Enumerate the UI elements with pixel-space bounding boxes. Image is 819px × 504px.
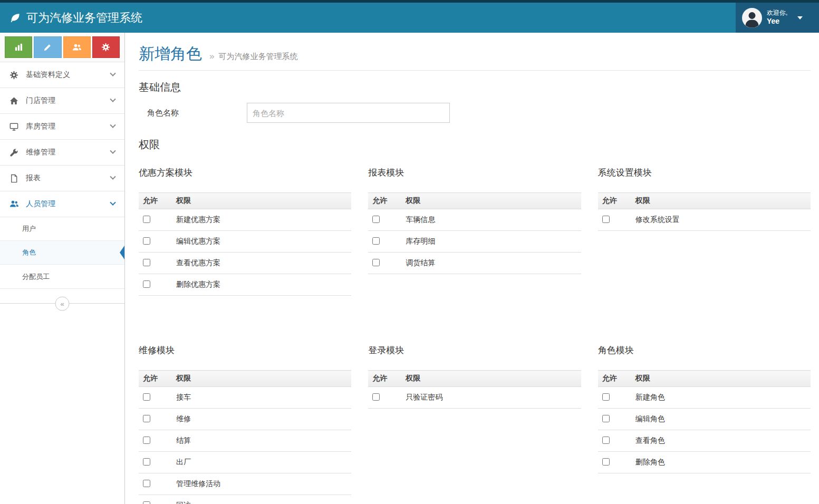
allow-checkbox[interactable] [143,216,150,223]
permission-row: 新建角色 [598,387,811,409]
allow-checkbox[interactable] [143,458,150,466]
permission-table: 允许 权限 新建角色 编辑角色 查看角色 删除角色 [598,370,811,473]
column-header-permission: 权限 [401,371,581,387]
permission-row: 结算 [139,430,351,452]
sidebar-item-repair[interactable]: 维修管理 [0,140,124,166]
permission-label: 出厂 [172,452,351,473]
wrench-icon [9,148,21,157]
column-header-permission: 权限 [631,371,811,387]
allow-checkbox[interactable] [143,501,150,504]
allow-checkbox[interactable] [143,393,150,401]
leaf-icon [9,12,21,24]
personnel-submenu: 用户 角色 分配员工 [0,217,124,289]
app-title: 可为汽修业务管理系统 [26,10,142,26]
column-header-permission: 权限 [172,193,351,209]
permission-label: 删除角色 [631,452,811,473]
column-header-permission: 权限 [631,193,811,209]
allow-checkbox[interactable] [143,280,150,288]
permission-label: 库存明细 [401,231,581,253]
allow-cell [139,452,172,473]
allow-cell [598,387,631,409]
permission-label: 管理维修活动 [172,473,351,495]
sidebar-item-warehouse[interactable]: 库房管理 [0,114,124,140]
shortcut-users-button[interactable] [63,36,91,58]
welcome-text: 欢迎你, Yee [767,9,787,26]
allow-checkbox[interactable] [602,415,610,422]
permission-label: 删除优惠方案 [172,274,351,296]
allow-checkbox[interactable] [602,216,610,223]
top-navbar: 可为汽修业务管理系统 欢迎你, Yee [0,0,819,33]
permission-label: 修改系统设置 [631,209,811,231]
basic-info-heading: 基础信息 [139,80,811,94]
chevron-down-icon [110,148,115,154]
allow-cell [598,209,631,231]
role-name-row: 角色名称 [139,103,811,123]
sidebar-item-label: 门店管理 [26,96,55,105]
permission-row: 出厂 [139,452,351,473]
allow-checkbox[interactable] [602,437,610,444]
sidebar-item-base-data[interactable]: 基础资料定义 [0,62,124,88]
allow-checkbox[interactable] [143,415,150,422]
chevron-down-icon [110,122,115,128]
column-header-allow: 允许 [139,371,172,387]
submenu-item-users[interactable]: 用户 [0,217,124,241]
allow-cell [139,209,172,231]
allow-checkbox[interactable] [143,437,150,444]
permission-module: 报表模块 允许 权限 车辆信息 库存明细 调货结算 [368,167,581,296]
table-header-row: 允许 权限 [139,193,351,209]
permission-row: 编辑优惠方案 [139,231,351,253]
module-title: 登录模块 [368,344,581,356]
brand[interactable]: 可为汽修业务管理系统 [0,10,142,26]
module-title: 角色模块 [598,344,811,356]
permission-label: 调货结算 [401,253,581,274]
permission-module: 维修模块 允许 权限 接车 维修 结算 出厂 [139,344,351,504]
page-title: 新增角色 [139,43,202,65]
sidebar-item-reports[interactable]: 报表 [0,166,124,191]
allow-checkbox[interactable] [372,259,380,266]
username: Yee [767,17,787,26]
submenu-item-assign-staff[interactable]: 分配员工 [0,265,124,288]
permission-row: 调货结算 [368,253,581,274]
permission-module: 优惠方案模块 允许 权限 新建优惠方案 编辑优惠方案 查看优惠方案 [139,167,351,296]
user-menu[interactable]: 欢迎你, Yee [736,3,819,33]
allow-cell [139,409,172,430]
allow-checkbox[interactable] [372,216,380,223]
sidebar-item-label: 基础资料定义 [26,70,70,80]
chevron-down-icon [110,71,115,76]
shortcut-stats-button[interactable] [5,36,32,58]
allow-checkbox[interactable] [602,458,610,466]
permission-label: 维修 [172,409,351,430]
allow-cell [598,409,631,430]
sidebar-nav: 基础资料定义 门店管理 库房管理 [0,62,124,217]
table-header-row: 允许 权限 [598,371,811,387]
sidebar-item-label: 报表 [26,173,41,183]
permission-label: 编辑优惠方案 [172,231,351,253]
module-title: 维修模块 [139,344,351,356]
allow-checkbox[interactable] [143,480,150,487]
allow-cell [139,253,172,274]
permission-label: 新建角色 [631,387,811,409]
chevron-down-icon [110,96,115,102]
shortcut-edit-button[interactable] [34,36,61,58]
shortcut-settings-button[interactable] [92,36,120,58]
avatar [742,8,762,28]
allow-checkbox[interactable] [143,237,150,245]
permission-row: 回访 [139,495,351,504]
sidebar-collapse-button[interactable]: « [55,297,70,311]
allow-checkbox[interactable] [143,259,150,266]
submenu-item-label: 分配员工 [22,272,50,282]
permission-row: 删除优惠方案 [139,274,351,296]
submenu-item-roles[interactable]: 角色 [0,241,124,265]
permission-modules-grid: 优惠方案模块 允许 权限 新建优惠方案 编辑优惠方案 查看优惠方案 [139,167,811,504]
allow-checkbox[interactable] [372,237,380,245]
role-name-label: 角色名称 [139,108,247,118]
sidebar-item-stores[interactable]: 门店管理 [0,88,124,114]
permission-label: 新建优惠方案 [172,209,351,231]
role-name-input[interactable] [247,103,450,123]
allow-cell [368,253,401,274]
allow-checkbox[interactable] [602,393,610,401]
sidebar-item-personnel[interactable]: 人员管理 [0,191,124,217]
permissions-heading: 权限 [139,138,811,152]
allow-checkbox[interactable] [372,393,380,401]
permission-row: 库存明细 [368,231,581,253]
